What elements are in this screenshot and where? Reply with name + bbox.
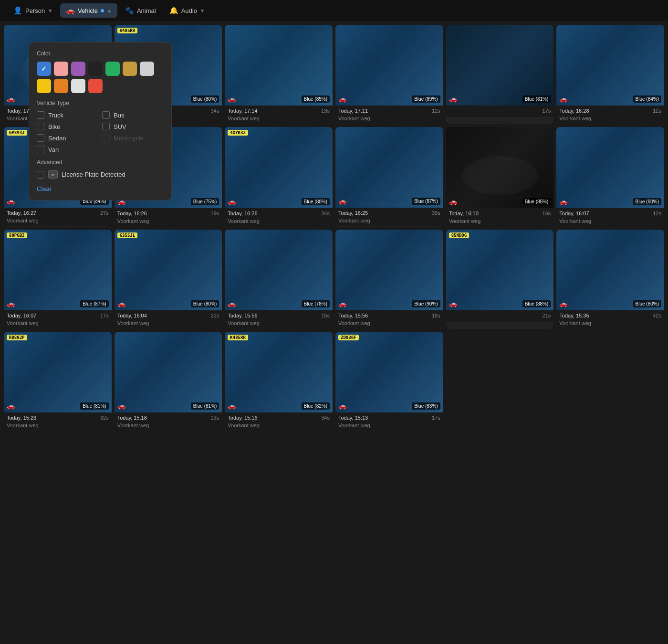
confidence-badge: Blue (80%) xyxy=(633,300,661,307)
vehicle-type-truck[interactable]: Truck xyxy=(37,111,98,119)
video-info: Today, 16:04 22s Voorkant weg xyxy=(115,310,222,329)
car-icon: 🚗 xyxy=(449,95,457,103)
video-time: Today, 17:11 xyxy=(338,108,368,114)
confidence-badge: Blue (81%) xyxy=(522,95,551,103)
video-card[interactable]: Blue (78%) 🚗 Today, 15:56 15s Voorkant w… xyxy=(225,230,333,329)
video-card[interactable]: Blue (84%) 🚗 Today, 16:28 12s Voorkant w… xyxy=(556,25,664,124)
svg-rect-6 xyxy=(446,25,554,106)
video-info: Today, 15:35 42s Voorkant weg xyxy=(556,310,664,329)
video-card[interactable]: Blue (90%) 🚗 Today, 16:07 12s Voorkant w… xyxy=(556,127,664,226)
video-card[interactable]: Blue (81%) 🚗 Today, 15:18 13s Voorkant w… xyxy=(115,332,222,431)
color-brown[interactable] xyxy=(123,62,137,76)
color-red[interactable] xyxy=(88,79,103,93)
license-plate-filter[interactable]: ▭ License Plate Detected xyxy=(37,170,164,179)
video-duration: 42s xyxy=(653,313,661,318)
svg-rect-18 xyxy=(335,230,443,310)
suv-checkbox[interactable] xyxy=(102,123,110,130)
car-icon: 🚗 xyxy=(117,402,125,410)
video-duration: 15s xyxy=(321,313,330,318)
video-card[interactable]: Blue (90%) 🚗 Today, 15:56 18s Voorkant w… xyxy=(335,230,443,329)
van-checkbox[interactable] xyxy=(37,146,44,153)
vehicle-type-suv[interactable]: SUV xyxy=(102,123,164,130)
color-light-gray[interactable] xyxy=(71,79,85,93)
car-icon: 🚗 xyxy=(449,300,457,307)
color-green[interactable] xyxy=(105,62,120,76)
color-black[interactable] xyxy=(88,62,103,76)
video-card[interactable]: 4XYK32 Blue (80%) 🚗 Today, 16:26 34s Voo… xyxy=(225,127,333,226)
svg-rect-16 xyxy=(115,230,222,310)
video-card[interactable]: 80PGBI Blue (87%) 🚗 Today, 16:07 17s Voo… xyxy=(4,230,112,329)
video-location: Voorkant weg xyxy=(228,422,260,428)
car-icon: 🚗 xyxy=(338,402,346,410)
nav-audio[interactable]: 🔔 Audio ▼ xyxy=(164,3,210,18)
video-card[interactable]: Blue (85%) 🚗 Today, 17:14 13s Voorkant w… xyxy=(225,25,333,124)
video-location: Voorkant weg xyxy=(559,320,591,326)
video-time: Today, 15:16 xyxy=(228,415,257,421)
clear-filter-button[interactable]: Clear xyxy=(37,185,164,192)
nav-person-label: Person xyxy=(25,7,45,14)
nav-person[interactable]: 👤 Person ▼ xyxy=(8,3,58,18)
vehicle-type-van[interactable]: Van xyxy=(37,146,98,153)
video-card[interactable]: ZD836F Blue (83%) 🚗 Today, 15:13 17s Voo… xyxy=(335,332,443,431)
video-thumbnail: Blue (87%) 🚗 xyxy=(335,127,443,208)
video-card[interactable]: Blue (87%) 🚗 Today, 16:25 39s Voorkant w… xyxy=(335,127,443,226)
car-icon: 🚗 xyxy=(7,300,15,307)
video-location: Voorkant weg xyxy=(117,422,149,428)
color-yellow[interactable] xyxy=(37,79,51,93)
license-plate-icon: ▭ xyxy=(48,170,58,179)
video-card[interactable]: Blue (85%) 🚗 Today, 16:10 16s Voorkant w… xyxy=(446,127,554,226)
nav-vehicle[interactable]: 🚗 Vehicle ▲ xyxy=(60,3,117,18)
video-card[interactable]: RD882P Blue (81%) 🚗 Today, 15:23 32s Voo… xyxy=(4,332,112,431)
video-thumbnail: Blue (85%) 🚗 xyxy=(225,25,333,106)
video-thumbnail: RD882P Blue (81%) 🚗 xyxy=(4,332,112,412)
video-card[interactable]: Blue (81%) 🚗 17s xyxy=(446,25,554,124)
video-card[interactable]: G355JL Blue (80%) 🚗 Today, 16:04 22s Voo… xyxy=(115,230,222,329)
video-card[interactable]: K485RR Blue (82%) 🚗 Today, 15:16 34s Voo… xyxy=(225,332,333,431)
bus-label: Bus xyxy=(114,112,124,119)
car-icon: 🚗 xyxy=(7,197,15,205)
vehicle-type-bus[interactable]: Bus xyxy=(102,111,164,119)
car-icon: 🚗 xyxy=(228,95,236,103)
video-thumbnail: G355JL Blue (80%) 🚗 xyxy=(115,230,222,310)
video-duration: 17s xyxy=(543,108,551,114)
truck-checkbox[interactable] xyxy=(37,111,44,119)
video-duration: 16s xyxy=(543,211,551,216)
svg-rect-4 xyxy=(225,25,333,106)
bus-checkbox[interactable] xyxy=(102,111,110,119)
video-time: Today, 15:56 xyxy=(338,313,368,318)
vehicle-type-bike[interactable]: Bike xyxy=(37,123,98,130)
vehicle-active-dot xyxy=(101,9,104,12)
video-time: Today, 15:56 xyxy=(228,313,257,318)
video-duration: 17s xyxy=(100,313,109,318)
video-location: Voorkant weg xyxy=(117,320,149,326)
video-card[interactable]: Blue (80%) 🚗 Today, 15:35 42s Voorkant w… xyxy=(556,230,664,329)
vehicle-type-section-title: Vehicle Type xyxy=(37,100,164,106)
color-pink[interactable] xyxy=(54,62,68,76)
sedan-checkbox[interactable] xyxy=(37,134,44,142)
bike-checkbox[interactable] xyxy=(37,123,44,130)
confidence-badge: Blue (87%) xyxy=(412,198,440,205)
vehicle-type-sedan[interactable]: Sedan xyxy=(37,134,98,142)
video-duration: 19s xyxy=(211,211,219,216)
video-info: Today, 15:18 13s Voorkant weg xyxy=(115,412,222,431)
color-section-title: Color xyxy=(37,50,164,57)
video-card[interactable]: Blue (89%) 🚗 Today, 17:11 12s Voorkant w… xyxy=(335,25,443,124)
video-thumbnail: Blue (89%) 🚗 xyxy=(335,25,443,106)
color-white[interactable] xyxy=(140,62,154,76)
video-location: Voorkant weg xyxy=(559,116,591,121)
vehicle-type-motorcycle: Motorcycle xyxy=(102,134,164,142)
color-blue[interactable] xyxy=(37,62,51,76)
video-time: Today, 15:35 xyxy=(559,313,589,318)
video-card[interactable]: 85NDDG Blue (88%) 🚗 21s xyxy=(446,230,554,329)
nav-animal[interactable]: 🐾 Animal xyxy=(119,3,162,18)
nav-animal-label: Animal xyxy=(137,7,156,14)
color-orange[interactable] xyxy=(54,79,68,93)
color-purple[interactable] xyxy=(71,62,85,76)
car-icon: 🚗 xyxy=(559,95,567,103)
confidence-badge: Blue (85%) xyxy=(302,95,330,103)
car-icon: 🚗 xyxy=(338,95,346,103)
license-plate-checkbox[interactable] xyxy=(37,171,44,179)
video-info: Today, 15:56 15s Voorkant weg xyxy=(225,310,333,329)
confidence-badge: Blue (81%) xyxy=(80,402,108,410)
svg-rect-11 xyxy=(335,127,443,208)
